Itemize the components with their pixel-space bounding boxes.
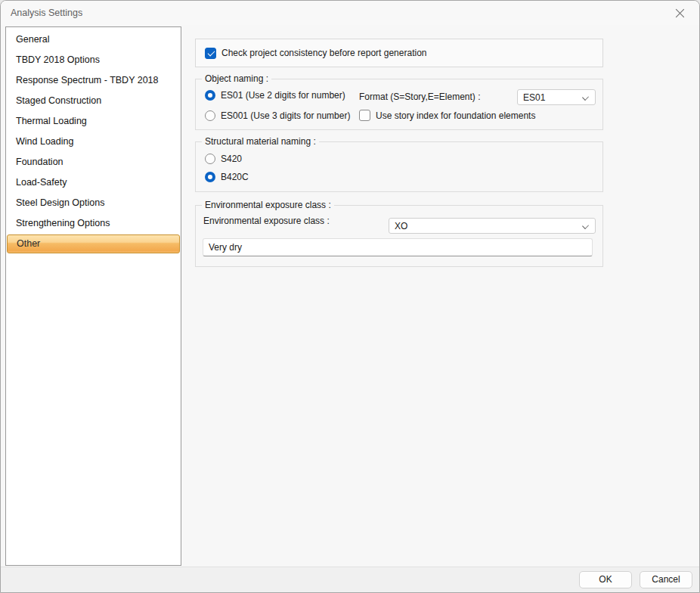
radio-s420-row: S420 bbox=[205, 154, 242, 164]
sidebar-item-foundation[interactable]: Foundation bbox=[6, 152, 181, 172]
radio-es01-row: ES01 (Use 2 digits for number) bbox=[205, 90, 345, 101]
chevron-down-icon bbox=[582, 222, 589, 229]
radio-b420c-row: B420C bbox=[205, 172, 249, 182]
close-icon bbox=[675, 8, 685, 18]
radio-b420c[interactable] bbox=[205, 172, 215, 182]
exposure-description-field[interactable]: Very dry bbox=[203, 238, 593, 256]
cancel-button[interactable]: Cancel bbox=[640, 571, 692, 588]
chevron-down-icon bbox=[582, 94, 589, 101]
exposure-group: Environmental exposure class : Environme… bbox=[195, 205, 603, 267]
object-naming-legend: Object naming : bbox=[202, 73, 271, 85]
sidebar-item-steel-design-options[interactable]: Steel Design Options bbox=[6, 193, 181, 213]
radio-es01-label: ES01 (Use 2 digits for number) bbox=[221, 90, 345, 101]
story-index-checkbox-label: Use story index for foundation elements bbox=[376, 110, 535, 121]
sidebar-item-strengthening-options[interactable]: Strengthening Options bbox=[6, 213, 181, 234]
story-index-checkbox[interactable] bbox=[359, 110, 370, 121]
material-naming-legend: Structural material naming : bbox=[202, 136, 319, 147]
exposure-dropdown-value: XO bbox=[395, 221, 407, 231]
exposure-description-text: Very dry bbox=[209, 242, 242, 253]
sidebar-item-response-spectrum[interactable]: Response Spectrum - TBDY 2018 bbox=[6, 70, 181, 91]
material-naming-group: Structural material naming : S420 B420C bbox=[195, 141, 603, 192]
analysis-settings-dialog: Analysis Settings General TBDY 2018 Opti… bbox=[0, 0, 700, 593]
radio-es001-row: ES001 (Use 3 digits for number) bbox=[205, 110, 350, 121]
exposure-label: Environmental exposure class : bbox=[203, 216, 330, 226]
story-index-row: Use story index for foundation elements bbox=[359, 110, 535, 121]
settings-nav-list: General TBDY 2018 Options Response Spect… bbox=[5, 26, 181, 566]
exposure-label-row: Environmental exposure class : bbox=[203, 216, 330, 226]
sidebar-item-thermal-loading[interactable]: Thermal Loading bbox=[6, 111, 181, 132]
sidebar-item-wind-loading[interactable]: Wind Loading bbox=[6, 132, 181, 152]
consistency-panel: Check project consistency before report … bbox=[195, 39, 603, 67]
radio-s420[interactable] bbox=[205, 154, 215, 164]
sidebar-item-load-safety[interactable]: Load-Safety bbox=[6, 172, 181, 193]
window-title: Analysis Settings bbox=[11, 8, 82, 18]
close-button[interactable] bbox=[664, 2, 695, 24]
format-dropdown[interactable]: ES01 bbox=[517, 89, 596, 105]
consistency-checkbox-label: Check project consistency before report … bbox=[221, 48, 426, 58]
consistency-checkbox[interactable] bbox=[205, 48, 216, 59]
exposure-legend: Environmental exposure class : bbox=[202, 200, 334, 211]
radio-es001[interactable] bbox=[205, 110, 215, 121]
radio-s420-label: S420 bbox=[221, 154, 242, 164]
sidebar-item-general[interactable]: General bbox=[6, 29, 181, 50]
footer-bar: OK Cancel bbox=[1, 567, 699, 592]
ok-button[interactable]: OK bbox=[579, 571, 632, 588]
titlebar: Analysis Settings bbox=[1, 1, 699, 25]
format-label-row: Format (S=Story,E=Element) : bbox=[359, 92, 481, 102]
radio-es01[interactable] bbox=[205, 90, 215, 101]
sidebar-item-tbdy-2018-options[interactable]: TBDY 2018 Options bbox=[6, 50, 181, 70]
format-label: Format (S=Story,E=Element) : bbox=[359, 92, 481, 102]
radio-es001-label: ES001 (Use 3 digits for number) bbox=[221, 110, 350, 121]
radio-b420c-label: B420C bbox=[221, 172, 249, 182]
format-dropdown-value: ES01 bbox=[523, 92, 545, 103]
sidebar-item-other[interactable]: Other bbox=[7, 234, 180, 253]
object-naming-group: Object naming : ES01 (Use 2 digits for n… bbox=[195, 79, 603, 130]
exposure-dropdown[interactable]: XO bbox=[389, 218, 596, 234]
sidebar-item-staged-construction[interactable]: Staged Construction bbox=[6, 91, 181, 111]
